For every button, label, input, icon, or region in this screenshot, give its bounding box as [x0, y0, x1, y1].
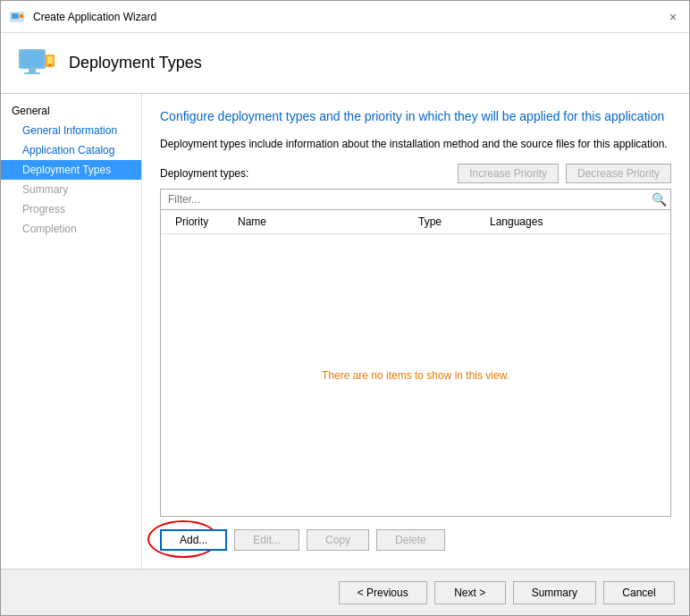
- title-bar-left: Create Application Wizard: [8, 8, 156, 26]
- decrease-priority-button[interactable]: Decrease Priority: [566, 164, 671, 183]
- col-languages: Languages: [483, 214, 663, 230]
- copy-button[interactable]: Copy: [307, 529, 369, 551]
- main-content: General General Information Application …: [1, 94, 689, 569]
- table-header: Priority Name Type Languages: [161, 210, 670, 234]
- action-buttons-row: Add... Edit... Copy Delete: [160, 520, 671, 554]
- header-area: Deployment Types: [1, 33, 689, 94]
- window-title: Create Application Wizard: [33, 11, 156, 23]
- cancel-button[interactable]: Cancel: [603, 581, 675, 604]
- add-button-wrapper: Add...: [160, 529, 227, 551]
- svg-point-3: [21, 14, 23, 17]
- increase-priority-button[interactable]: Increase Priority: [458, 164, 559, 183]
- app-icon: [8, 8, 26, 26]
- delete-button[interactable]: Delete: [376, 529, 445, 551]
- deployment-types-row: Deployment types: Increase Priority Decr…: [160, 164, 671, 183]
- sidebar: General General Information Application …: [1, 94, 142, 569]
- sidebar-item-application-catalog[interactable]: Application Catalog: [1, 140, 141, 160]
- deployment-types-label: Deployment types:: [160, 167, 248, 180]
- col-name: Name: [231, 214, 411, 230]
- table-empty-message: There are no items to show in this view.: [161, 234, 670, 516]
- close-button[interactable]: ×: [664, 8, 682, 26]
- content-description: Deployment types include information abo…: [160, 137, 671, 152]
- sidebar-section-general: General: [1, 101, 141, 121]
- sidebar-item-progress: Progress: [1, 199, 141, 219]
- search-icon: 🔍: [652, 192, 667, 207]
- footer: < Previous Next > Summary Cancel: [1, 569, 689, 615]
- svg-rect-1: [12, 13, 19, 19]
- col-type: Type: [411, 214, 483, 230]
- add-button[interactable]: Add...: [160, 529, 227, 551]
- sidebar-item-completion: Completion: [1, 219, 141, 239]
- content-area: Configure deployment types and the prior…: [142, 94, 689, 569]
- col-priority: Priority: [168, 214, 231, 230]
- summary-button[interactable]: Summary: [513, 581, 596, 604]
- sidebar-item-general-information[interactable]: General Information: [1, 121, 141, 140]
- previous-button[interactable]: < Previous: [339, 581, 427, 604]
- header-icon: [15, 42, 58, 85]
- table-area: Priority Name Type Languages There are n…: [160, 210, 671, 517]
- edit-button[interactable]: Edit...: [234, 529, 299, 551]
- title-bar: Create Application Wizard ×: [1, 1, 689, 33]
- next-button[interactable]: Next >: [434, 581, 506, 604]
- svg-rect-7: [24, 72, 40, 74]
- filter-input[interactable]: [164, 191, 652, 207]
- svg-rect-5: [21, 51, 44, 67]
- svg-rect-9: [47, 56, 53, 63]
- filter-container: 🔍: [160, 189, 671, 210]
- svg-rect-6: [29, 69, 36, 72]
- wizard-window: Create Application Wizard × Deployment T…: [0, 0, 690, 616]
- sidebar-item-deployment-types[interactable]: Deployment Types: [1, 160, 141, 180]
- header-title: Deployment Types: [69, 54, 202, 72]
- svg-point-10: [49, 64, 51, 66]
- sidebar-item-summary[interactable]: Summary: [1, 180, 141, 199]
- content-heading: Configure deployment types and the prior…: [160, 108, 671, 126]
